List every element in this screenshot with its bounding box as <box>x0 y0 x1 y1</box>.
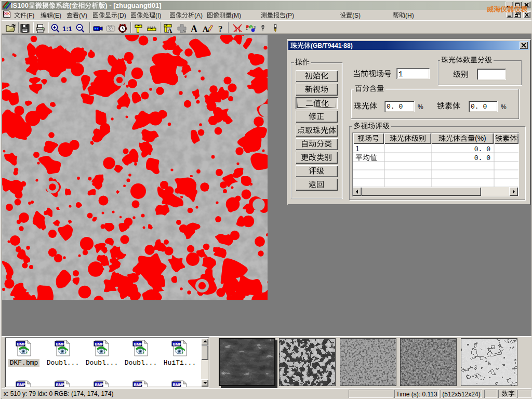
svg-text:(S): (S) <box>352 12 361 19</box>
svg-text:?: ? <box>218 24 223 34</box>
svg-text:(H): (H) <box>405 12 414 19</box>
svg-text:BMP: BMP <box>173 342 182 347</box>
svg-text:BMP: BMP <box>95 382 104 387</box>
svg-text:1: 1 <box>355 144 360 153</box>
svg-text:BMP: BMP <box>17 342 26 347</box>
svg-text:(P): (P) <box>286 12 294 19</box>
svg-text:) - [zhuguangti01]: ) - [zhuguangti01] <box>105 2 161 9</box>
svg-text:DOC: DOC <box>4 12 11 15</box>
svg-text:BMP: BMP <box>56 382 65 387</box>
svg-text:(M): (M) <box>232 12 241 19</box>
svg-text:BMP: BMP <box>95 342 104 347</box>
svg-text:(D): (D) <box>117 12 126 19</box>
svg-text:A: A <box>191 24 197 34</box>
svg-text:(V): (V) <box>79 12 87 19</box>
svg-text:BMP: BMP <box>56 342 65 347</box>
svg-text:BMP: BMP <box>134 382 143 387</box>
svg-text:IS100: IS100 <box>11 2 29 9</box>
svg-text:BMP: BMP <box>17 382 26 387</box>
svg-text:(%): (%) <box>475 134 486 142</box>
svg-text:1:1: 1:1 <box>62 25 72 33</box>
svg-text:BMP: BMP <box>134 342 143 347</box>
svg-text:(I): (I) <box>155 12 161 19</box>
svg-text:(: ( <box>69 2 72 9</box>
svg-text:(E): (E) <box>53 12 61 19</box>
svg-text:BMP: BMP <box>173 382 182 387</box>
svg-text:(F): (F) <box>26 12 34 19</box>
svg-text:3: 3 <box>254 25 256 29</box>
svg-text:A: A <box>167 26 172 34</box>
svg-text:(GB/T9441-88): (GB/T9441-88) <box>311 42 353 49</box>
svg-text:1: 1 <box>246 26 248 30</box>
svg-text:%: % <box>501 103 507 111</box>
svg-text:a: a <box>250 25 252 29</box>
svg-text:(A): (A) <box>194 12 203 19</box>
svg-text:%: % <box>418 103 423 111</box>
